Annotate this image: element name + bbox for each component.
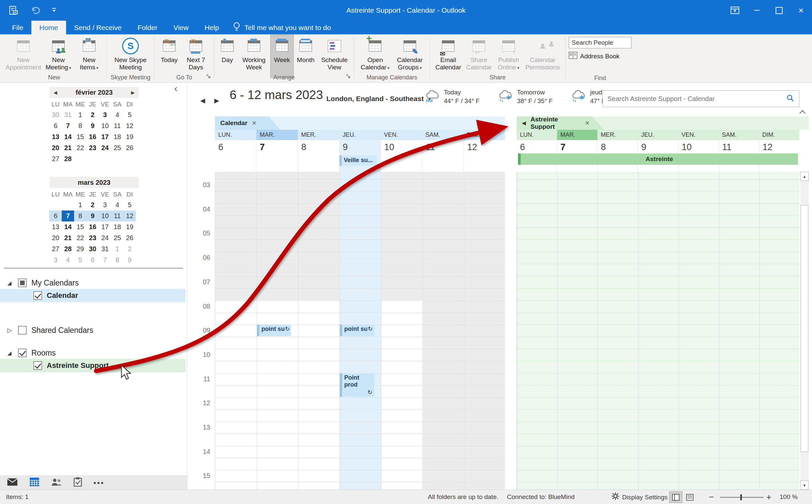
search-people-input[interactable] (569, 37, 631, 48)
tab-calendar[interactable]: Calendar × (215, 116, 280, 130)
mini-calendar-day[interactable]: 21 (62, 232, 74, 243)
date-cell[interactable]: 8 (298, 140, 339, 172)
mini-calendar-day[interactable]: 6 (49, 210, 62, 221)
day-column[interactable] (759, 172, 799, 490)
close-icon[interactable]: × (585, 119, 589, 127)
mini-calendar-day[interactable]: 10 (99, 210, 111, 221)
email-calendar-button[interactable]: ✉ Email Calendar (433, 35, 464, 78)
mini-calendar-day[interactable]: 15 (74, 131, 86, 142)
day-header-dim[interactable]: DIM. (759, 130, 799, 140)
previous-week-icon[interactable]: ◀ (200, 97, 205, 104)
mini-calendar-day[interactable]: 4 (111, 199, 123, 210)
mini-calendar-day[interactable]: 30 (86, 243, 99, 255)
mini-calendar-day[interactable]: 19 (123, 221, 136, 232)
tell-me-box[interactable]: Tell me what you want to do (227, 21, 337, 34)
mini-calendar-day[interactable]: 27 (49, 243, 62, 255)
day-column[interactable] (423, 172, 464, 490)
day-column[interactable] (298, 172, 339, 490)
mini-calendar-day[interactable]: 25 (111, 232, 123, 243)
address-book-button[interactable]: Address Book (569, 52, 619, 61)
mini-calendar-day[interactable]: 7 (99, 255, 111, 266)
more-apps-icon[interactable] (93, 480, 103, 486)
display-settings-button[interactable]: Display Settings (611, 492, 667, 502)
mini-calendar-day[interactable]: 13 (49, 131, 62, 142)
shared-calendars-group[interactable]: ▷ Shared Calendars (0, 324, 187, 337)
day-header-jeu[interactable]: JEU. (638, 130, 678, 140)
day-view-button[interactable]: Day (217, 35, 237, 78)
calendar-groups-button[interactable]: ✎ Calendar Groups▾ (393, 35, 427, 78)
mini-calendar-day[interactable]: 9 (123, 255, 136, 266)
rooms-group[interactable]: ◢ Rooms (0, 346, 187, 360)
calendar-item[interactable]: Calendar (0, 289, 186, 302)
tab-view[interactable]: View (166, 21, 197, 34)
mini-calendar-day[interactable]: 29 (74, 243, 86, 255)
mini-calendar-day[interactable]: 12 (123, 210, 136, 221)
mini-calendar-day[interactable]: 3 (49, 255, 62, 266)
calendar-checkbox[interactable] (33, 291, 42, 300)
day-header-dim[interactable]: DIM. (464, 130, 505, 140)
mini-calendar-day[interactable]: 24 (99, 232, 111, 243)
mini-calendar-day[interactable]: 21 (62, 142, 74, 153)
mini-calendar-day[interactable]: 20 (49, 142, 62, 153)
day-header-lun[interactable]: LUN. (517, 130, 557, 140)
weather-location[interactable]: London, England - Southeast ▾ (326, 95, 431, 103)
day-column[interactable] (719, 172, 759, 490)
day-header-mer[interactable]: MER. (298, 130, 339, 140)
previous-month-icon[interactable]: ◀ (52, 90, 59, 95)
next-7-days-button[interactable]: Next 7 Days (181, 35, 211, 78)
mini-calendar-day[interactable]: 1 (74, 199, 86, 210)
zoom-slider-thumb[interactable] (740, 494, 742, 500)
mini-calendar-day[interactable]: 13 (49, 221, 62, 232)
mini-calendar-day[interactable]: 25 (111, 142, 123, 153)
day-header-jeu[interactable]: JEU. (339, 130, 380, 140)
mini-calendar-day[interactable]: 27 (49, 153, 62, 164)
mini-calendar-day[interactable]: 10 (99, 120, 111, 131)
calendar-nav-icon[interactable] (29, 477, 39, 488)
calendar-search-box[interactable] (602, 90, 799, 107)
close-button[interactable]: × (790, 0, 812, 21)
zoom-level[interactable]: 100 % (780, 493, 798, 501)
normal-view-button[interactable] (669, 492, 682, 503)
date-cell[interactable]: 12 (464, 140, 505, 172)
rooms-checkbox[interactable] (18, 349, 27, 357)
mini-calendar-day[interactable]: 26 (123, 232, 136, 243)
day-column[interactable] (464, 172, 505, 490)
mini-calendar-day[interactable]: 8 (74, 120, 86, 131)
calendar-search-input[interactable] (603, 95, 782, 103)
mini-calendar-day[interactable]: 6 (86, 255, 99, 266)
zoom-slider[interactable] (720, 497, 764, 498)
day-column[interactable] (381, 172, 423, 490)
mini-calendar-day[interactable]: 23 (86, 232, 99, 243)
maximize-button[interactable] (768, 0, 790, 21)
mini-calendar-day[interactable]: 7 (62, 120, 74, 131)
day-column[interactable] (598, 172, 638, 490)
mail-icon[interactable] (7, 478, 18, 488)
mini-calendar-day[interactable]: 24 (99, 142, 111, 153)
vertical-scrollbar[interactable]: ▲ ▼ (800, 172, 809, 490)
mini-calendar-day[interactable]: 28 (62, 153, 74, 164)
week-view-button[interactable]: Week (271, 35, 293, 78)
collapse-triangle-icon[interactable]: ◢ (7, 350, 13, 356)
mini-calendar-day[interactable]: 20 (49, 232, 62, 243)
tasks-icon[interactable] (73, 477, 82, 488)
mini-calendar-day[interactable]: 11 (111, 120, 123, 131)
mini-calendar-day[interactable]: 2 (86, 109, 99, 120)
day-header-ven[interactable]: VEN. (381, 130, 422, 140)
mini-calendar-day[interactable]: 3 (99, 109, 111, 120)
date-cell[interactable]: 7 (256, 140, 297, 172)
zoom-out-button[interactable]: − (709, 492, 714, 502)
mini-calendar-day[interactable]: 18 (111, 131, 123, 142)
mini-calendar-day[interactable]: 16 (86, 221, 99, 232)
scroll-up-icon[interactable]: ▲ (800, 172, 809, 181)
day-column[interactable] (517, 172, 557, 490)
week-grid-calendar[interactable]: point su↻point su↻Point prod↻ (215, 172, 505, 490)
mini-calendar-day[interactable]: 19 (123, 131, 136, 142)
goto-dialog-launcher-icon[interactable] (206, 74, 211, 80)
weather-item[interactable]: Today44° F / 34° F (425, 89, 480, 105)
mini-calendar-day[interactable]: 28 (62, 243, 74, 255)
next-week-icon[interactable]: ▶ (214, 97, 219, 104)
astreinte-allday-event[interactable]: Astreinte (518, 153, 798, 165)
my-calendars-group[interactable]: ◢ My Calendars (0, 276, 187, 290)
people-icon[interactable] (51, 478, 62, 488)
tab-help[interactable]: Help (197, 21, 227, 34)
